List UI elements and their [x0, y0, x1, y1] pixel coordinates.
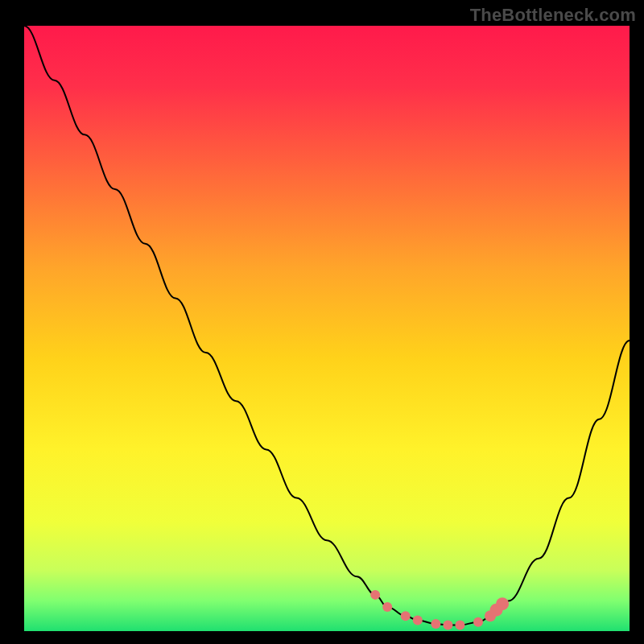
marker-point [370, 590, 380, 600]
marker-point [455, 620, 464, 630]
marker-point [496, 597, 509, 610]
marker-point [413, 615, 423, 625]
marker-point [401, 611, 411, 621]
marker-point [443, 620, 452, 630]
watermark-text: TheBottleneck.com [470, 5, 636, 26]
chart-container: TheBottleneck.com [0, 0, 644, 644]
marker-point [431, 619, 440, 629]
bottleneck-chart [0, 0, 644, 644]
marker-point [473, 617, 483, 627]
marker-point [382, 602, 392, 612]
